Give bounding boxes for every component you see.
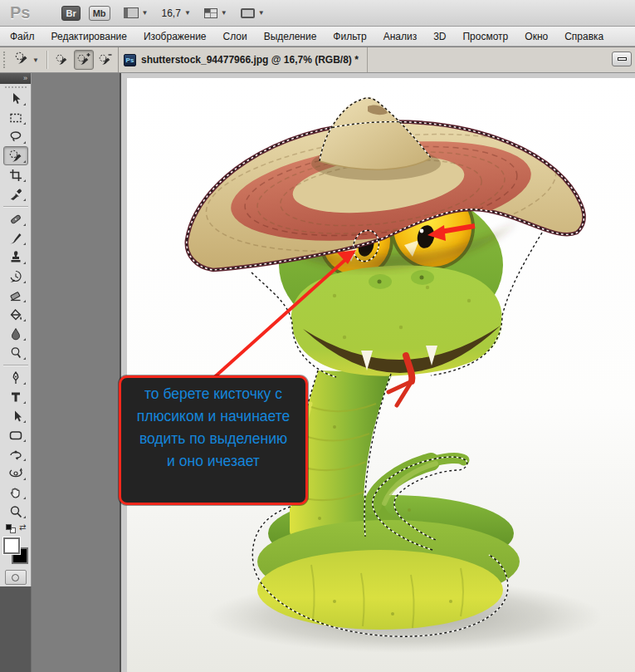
toolbox-grip [5,86,27,88]
rounded-rectangle-tool[interactable] [3,425,28,444]
chevron-down-icon: ▼ [184,9,191,17]
view-extras-icon [124,7,139,18]
application-bar: Ps Br Mb ▼ 16,7 ▼ ▼ ▼ [0,0,635,27]
spot-healing-brush-tool[interactable] [3,209,28,228]
document-tab-bar: Ps shutterstock_94477966.jpg @ 16,7% (RG… [119,47,635,72]
options-bar: ▼ Ps shutterstock_94477966.jpg @ 16,7% (… [0,47,635,73]
type-tool[interactable] [3,387,28,406]
document-tab[interactable]: Ps shutterstock_94477966.jpg @ 16,7% (RG… [119,47,368,72]
paint-bucket-tool[interactable] [3,305,28,324]
toolbox-tail-area [0,586,32,672]
quick-selection-icon [14,51,29,69]
chevron-down-icon: ▼ [258,9,265,17]
rectangular-marquee-tool[interactable] [3,108,28,127]
3d-orbit-tool[interactable] [3,464,28,483]
tool-options: ▼ [0,47,119,72]
minimize-icon [618,57,627,61]
menu-item-help[interactable]: Справка [556,27,612,46]
eraser-tool[interactable] [3,286,28,305]
menu-item-3d[interactable]: 3D [425,27,454,46]
color-swatches [2,537,29,565]
menu-item-file[interactable]: Файл [2,27,43,46]
foreground-color-swatch[interactable] [3,537,20,554]
annotation-box: то берете кисточку с плюсиком и начинает… [119,375,308,505]
chevron-down-icon: ▼ [32,56,39,64]
toolbox-separator [3,365,28,365]
view-extras-dropdown[interactable]: ▼ [124,7,149,18]
menu-item-layers[interactable]: Слои [215,27,256,46]
history-brush-tool[interactable] [3,267,28,286]
launch-bridge-button[interactable]: Br [61,6,80,21]
blur-tool[interactable] [3,324,28,343]
move-tool[interactable] [3,89,28,108]
default-colors-icon[interactable] [6,524,12,530]
screen-mode-dropdown[interactable]: ▼ [241,8,265,18]
menu-item-analysis[interactable]: Анализ [375,27,426,46]
3d-rotate-tool[interactable] [3,444,28,464]
options-grip [3,52,7,68]
annotation-text: то берете кисточку с плюсиком и начинает… [121,383,305,473]
quick-selection-tool[interactable] [3,146,28,165]
add-to-selection-button[interactable] [74,50,94,70]
default-swap-colors[interactable]: ⇄ [3,522,28,535]
lasso-tool[interactable] [3,127,28,146]
menu-item-image[interactable]: Изображение [135,27,215,46]
pen-tool[interactable] [3,368,28,387]
document-title: shutterstock_94477966.jpg @ 16,7% (RGB/8… [141,54,359,66]
dodge-tool[interactable] [3,343,28,362]
subtract-from-selection-button[interactable] [95,50,115,70]
path-selection-tool[interactable] [3,406,28,425]
toolbox-separator [3,206,28,207]
swap-colors-icon[interactable]: ⇄ [19,522,26,532]
screen-mode-icon [241,8,255,18]
clone-stamp-tool[interactable] [3,248,28,267]
eyedropper-tool[interactable] [3,184,28,204]
hand-tool[interactable] [3,483,28,502]
zoom-level-value: 16,7 [162,7,181,19]
menu-item-filter[interactable]: Фильтр [325,27,374,46]
arrange-documents-dropdown[interactable]: ▼ [204,8,227,18]
menu-item-select[interactable]: Выделение [256,27,325,46]
menu-item-view[interactable]: Просмотр [454,27,516,46]
arrange-documents-icon [204,8,217,18]
menu-item-edit[interactable]: Редактирование [43,27,135,46]
document-icon: Ps [124,54,136,66]
chevron-down-icon: ▼ [221,9,227,17]
menu-item-window[interactable]: Окно [516,27,556,46]
quick-mask-button[interactable] [5,570,27,585]
options-separator [46,51,47,69]
toolbox-collapse-button[interactable]: » [0,73,31,84]
chevron-down-icon: ▼ [142,9,149,17]
toolbox: » ⇄ [0,73,32,586]
zoom-level-dropdown[interactable]: 16,7 ▼ [162,7,191,19]
minimize-button[interactable] [612,52,632,66]
brush-tool[interactable] [3,228,28,248]
menu-bar: ФайлРедактированиеИзображениеСлоиВыделен… [0,27,635,47]
new-selection-button[interactable] [52,50,72,70]
photoshop-logo: Ps [10,3,30,22]
selection-mode-group [51,50,116,70]
zoom-tool[interactable] [3,502,28,521]
tool-preset-picker[interactable]: ▼ [11,49,42,71]
quick-mask-icon [12,574,19,581]
launch-mini-bridge-button[interactable]: Mb [89,6,110,21]
crop-tool[interactable] [3,165,28,184]
